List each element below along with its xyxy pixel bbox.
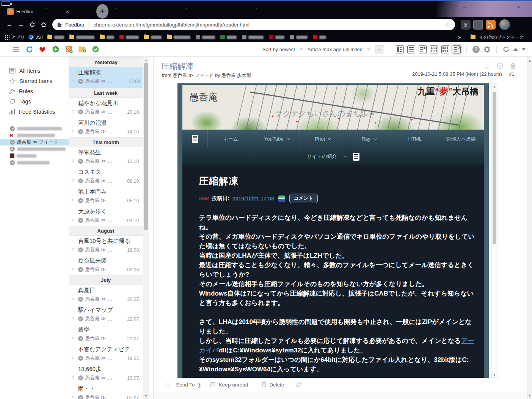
article-row-selected[interactable]: 圧縮解凍 ≫愚呑庵 ≫…17:08 xyxy=(69,67,143,88)
view-layout-6-icon-selected[interactable] xyxy=(453,45,461,53)
apps-label[interactable]: アプリ xyxy=(11,34,25,40)
other-bookmarks-label[interactable]: その他のブックマーク xyxy=(479,34,524,40)
sidebar-item-feed-statistics[interactable]: Feed Statistics xyxy=(0,106,69,117)
bookmark-redacted[interactable] xyxy=(69,35,94,39)
nav-home[interactable]: ホーム xyxy=(207,130,254,148)
bookmark-redacted[interactable] xyxy=(220,35,237,39)
feed-item-redacted[interactable]: ≫ xyxy=(0,146,69,152)
new-tab-button[interactable]: + xyxy=(96,4,108,19)
menu-icon[interactable] xyxy=(12,45,20,53)
bookmark-redacted[interactable] xyxy=(119,35,139,39)
maximize-button[interactable]: □ xyxy=(478,0,505,14)
article-row[interactable]: 駅ハイマップ ≫愚呑庵 ≫…22.07. xyxy=(69,305,143,324)
favorites-heart-icon[interactable] xyxy=(39,45,46,53)
profile-avatar[interactable] xyxy=(499,19,510,30)
bookmark-redacted[interactable] xyxy=(47,35,64,39)
article-row[interactable]: 真夏日 ≫愚呑庵 ≫…30.07. xyxy=(69,285,143,305)
jst-bookmark[interactable]: JST xyxy=(36,35,43,39)
more-icon[interactable]: … xyxy=(108,159,113,164)
sort-dropdown-icon[interactable]: ▽ xyxy=(300,47,303,51)
nav-html[interactable]: HTML xyxy=(392,130,438,148)
feedbro-extension-icon[interactable] xyxy=(486,20,496,30)
bookmark-redacted[interactable] xyxy=(313,35,326,39)
scroll-up-icon[interactable]: ▲ xyxy=(527,59,532,63)
scroll-up-icon[interactable]: ▲ xyxy=(492,84,497,88)
article-list-scrollbar[interactable]: ▲ ▼ xyxy=(143,57,149,399)
more-icon[interactable]: … xyxy=(108,395,113,399)
more-icon[interactable]: … xyxy=(108,198,113,203)
sidebar-item-all-items[interactable]: All Items xyxy=(0,66,69,76)
more-icon[interactable]: … xyxy=(108,267,113,272)
star-article-icon[interactable]: ☆ xyxy=(165,381,171,389)
sidebar-item-tags[interactable]: Tags xyxy=(0,96,69,106)
bookmark-redacted[interactable] xyxy=(269,35,284,39)
mark-read-circle-icon[interactable] xyxy=(497,63,503,71)
scroll-down-icon[interactable]: ▼ xyxy=(492,373,497,377)
bookmarks-overflow-icon[interactable]: » xyxy=(458,34,461,40)
feed-item-redacted[interactable]: ≫ xyxy=(0,159,69,166)
view-layout-4-icon[interactable] xyxy=(430,45,438,53)
keep-unread-checkbox[interactable] xyxy=(210,382,215,387)
tag-icon[interactable] xyxy=(295,382,302,388)
bookmark-redacted[interactable] xyxy=(144,35,162,39)
add-folder-icon[interactable] xyxy=(78,45,86,53)
comment-button[interactable]: コメント xyxy=(289,194,318,203)
article-row[interactable]: 池上本門寺 ≫愚呑庵 ≫…05.10. xyxy=(69,186,143,206)
article-row[interactable]: 不審なアクティビテ… ≫愚呑庵 ≫…19.07. xyxy=(69,344,143,364)
next-article-icon[interactable] xyxy=(521,48,526,51)
add-feed-icon[interactable] xyxy=(65,45,73,53)
chevron-right-icon[interactable]: ❯ xyxy=(197,382,201,388)
max-age-dropdown[interactable]: Article max age unlimited xyxy=(308,47,363,52)
feed-item-redacted[interactable]: ≫ xyxy=(0,125,69,132)
trash-icon[interactable] xyxy=(510,63,516,71)
more-icon[interactable]: … xyxy=(108,297,113,302)
tab-close-icon[interactable]: × xyxy=(66,9,69,15)
reload-icon[interactable] xyxy=(27,19,38,30)
scroll-up-icon[interactable]: ▲ xyxy=(143,58,149,62)
help-icon[interactable]: ? xyxy=(472,46,480,53)
close-button[interactable]: × xyxy=(505,0,532,14)
article-row[interactable]: 穏やかな花見川 ≫愚呑庵 ≫…20.10. xyxy=(69,98,143,117)
star-article-icon[interactable]: ☆ xyxy=(484,63,490,71)
more-icon[interactable]: … xyxy=(108,79,113,84)
bookmark-redacted[interactable] xyxy=(167,35,190,39)
article-row[interactable]: 選挙 ≫愚呑庵 ≫…21.07. xyxy=(69,324,143,344)
more-icon[interactable]: … xyxy=(108,247,113,253)
article-row[interactable]: コスモス ≫愚呑庵 ≫…08.10. xyxy=(69,167,143,186)
post-date-link[interactable]: 2019/10/21 17:08 xyxy=(232,196,274,202)
menu-list-icon[interactable] xyxy=(353,153,359,161)
article-row[interactable]: 18,660歩 ≫愚呑庵 ≫…10.07. xyxy=(69,364,143,383)
nav-site-intro[interactable]: サイトの紹介 xyxy=(307,153,337,160)
more-icon[interactable]: … xyxy=(108,218,113,223)
trash-icon[interactable] xyxy=(262,381,267,388)
settings-gear-icon[interactable] xyxy=(483,45,491,53)
nav-phot[interactable]: Phot xyxy=(300,130,346,148)
more-icon[interactable]: … xyxy=(108,110,113,115)
feed-item-redacted[interactable]: R xyxy=(0,132,69,139)
feed-item-redacted[interactable] xyxy=(0,152,69,159)
extension-icon-1[interactable] xyxy=(461,20,471,30)
more-icon[interactable]: … xyxy=(108,336,113,341)
article-row[interactable]: 大原を歩く ≫愚呑庵 ≫…04.10. xyxy=(69,206,143,226)
browser-tab[interactable]: Feedbro × xyxy=(5,6,72,17)
more-icon[interactable]: … xyxy=(108,129,113,135)
article-row[interactable]: 雨・・ ≫愚呑庵 ≫…07.07. xyxy=(69,383,143,399)
keep-unread-label[interactable]: Keep unread xyxy=(219,382,248,388)
reload-view-icon[interactable] xyxy=(502,45,510,53)
sidebar-item-rules[interactable]: Rules xyxy=(0,86,69,96)
home-icon[interactable] xyxy=(38,19,49,30)
more-icon[interactable]: … xyxy=(108,356,113,361)
extension-icon-2[interactable] xyxy=(473,20,483,30)
omnibox[interactable]: Feedbro | chrome-extension://mefgmmbdail… xyxy=(52,19,455,30)
more-icon[interactable]: … xyxy=(108,316,113,322)
site-menu-button[interactable] xyxy=(182,130,207,148)
mark-read-icon[interactable] xyxy=(92,45,99,53)
article-row[interactable]: 台風10号と共に帰る ≫愚呑庵 ≫…18.08. xyxy=(69,236,143,255)
nav-contact[interactable]: 管理人へ連絡 xyxy=(438,130,484,148)
article-row[interactable]: 河川の氾濫 ≫愚呑庵 ≫…14.10. xyxy=(69,117,143,137)
more-icon[interactable]: … xyxy=(108,376,113,381)
minimize-button[interactable]: – xyxy=(451,0,478,14)
refresh-feeds-icon[interactable] xyxy=(25,45,33,53)
article-row[interactable]: 停電発生 ≫愚呑庵 ≫…12.10. xyxy=(69,147,143,167)
delete-button[interactable]: Delete xyxy=(269,382,284,388)
